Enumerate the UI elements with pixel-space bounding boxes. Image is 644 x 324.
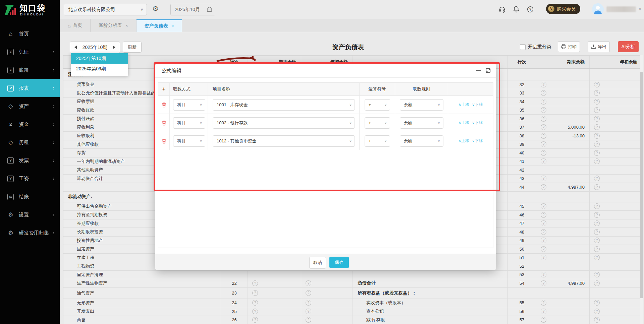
ai-analysis-button[interactable]: AI分析	[618, 41, 639, 52]
item-select[interactable]: 1001 - 库存现金∨	[213, 99, 355, 111]
period-option[interactable]: 2025年第10期	[71, 53, 128, 64]
help-icon[interactable]: ?	[541, 116, 546, 122]
help-icon[interactable]: ?	[594, 90, 600, 96]
liability-begin-balance-cell[interactable]: ?	[590, 149, 642, 157]
help-icon[interactable]: ?	[252, 300, 258, 306]
sidebar-item-ledger[interactable]: ¥ 账簿 ›	[0, 61, 60, 79]
help-icon[interactable]: ?	[541, 229, 546, 235]
liability-begin-balance-cell[interactable]: ?	[590, 228, 642, 236]
tab-账龄分析表[interactable]: 账龄分析表 ×	[91, 19, 137, 32]
gear-icon[interactable]: ⚙	[152, 5, 159, 13]
liability-end-balance-cell[interactable]: ?4,987.00	[536, 183, 590, 191]
liability-end-balance-cell[interactable]: ?	[536, 271, 590, 279]
liability-end-balance-cell[interactable]: ?	[536, 166, 590, 174]
help-icon[interactable]: ?	[541, 238, 546, 243]
asset-end-balance-cell[interactable]: ?	[248, 288, 301, 299]
liability-begin-balance-cell[interactable]: ?	[590, 157, 642, 166]
liability-begin-balance-cell[interactable]: ?	[590, 211, 642, 219]
scrollbar-thumb[interactable]	[640, 72, 643, 298]
print-button[interactable]: 打印	[558, 41, 580, 52]
liability-end-balance-cell[interactable]: ?	[536, 219, 590, 228]
help-icon[interactable]: ?	[594, 309, 600, 314]
help-icon[interactable]: ?	[594, 246, 600, 252]
asset-begin-balance-cell[interactable]: ?	[301, 299, 353, 307]
liability-begin-balance-cell[interactable]: ?	[590, 98, 642, 106]
company-select[interactable]: 北京欢乐科技有限公司 ∨	[64, 4, 147, 15]
method-select[interactable]: 科目∨	[173, 135, 205, 147]
liability-end-balance-cell[interactable]: ?	[536, 106, 590, 115]
move-up-link[interactable]: ∧上移	[458, 102, 469, 108]
help-icon[interactable]: ?	[594, 107, 600, 113]
asset-end-balance-cell[interactable]: ?	[248, 279, 301, 287]
liability-end-balance-cell[interactable]: ?	[536, 80, 590, 89]
rule-select[interactable]: 余额∨	[400, 135, 443, 147]
period-option[interactable]: 2025年第09期	[71, 64, 128, 74]
help-icon[interactable]: ?	[541, 255, 546, 260]
move-up-link[interactable]: ∧上移	[458, 120, 469, 126]
liability-end-balance-cell[interactable]: ?	[536, 115, 590, 123]
add-row-button[interactable]: +	[162, 86, 166, 92]
help-icon[interactable]: ?	[594, 255, 600, 260]
move-down-link[interactable]: ∨下移	[472, 120, 483, 126]
liability-end-balance-cell[interactable]: ?	[536, 254, 590, 262]
liability-end-balance-cell[interactable]: ?	[536, 262, 590, 270]
help-icon[interactable]: ?	[541, 317, 546, 323]
liability-end-balance-cell[interactable]: ?	[536, 89, 590, 98]
asset-begin-balance-cell[interactable]: ?	[301, 307, 353, 316]
asset-end-balance-cell[interactable]: ?	[248, 307, 301, 316]
asset-begin-balance-cell[interactable]: ?	[301, 279, 353, 287]
help-icon[interactable]: ?	[541, 107, 546, 113]
liability-begin-balance-cell[interactable]: ?	[590, 115, 642, 123]
method-select[interactable]: 科目∨	[173, 99, 205, 111]
help-icon[interactable]: ?	[541, 203, 546, 209]
item-select[interactable]: 1012 - 其他货币资金∨	[213, 135, 355, 147]
rule-select[interactable]: 余额∨	[400, 99, 443, 111]
item-select[interactable]: 1002 - 银行存款∨	[213, 117, 355, 129]
help-icon[interactable]: ?	[594, 158, 600, 164]
sidebar-item-invoice[interactable]: ¥ 发票 ›	[0, 151, 60, 170]
liability-begin-balance-cell[interactable]: ?	[590, 192, 642, 202]
sidebar-item-home[interactable]: ⌂ 首页 ›	[0, 25, 60, 43]
help-icon[interactable]: ?	[306, 300, 311, 306]
liability-begin-balance-cell[interactable]: ?	[590, 80, 642, 89]
liability-end-balance-cell[interactable]: ?	[536, 237, 590, 245]
minimize-icon[interactable]	[476, 70, 481, 71]
help-icon[interactable]: ?	[594, 141, 600, 147]
help-icon[interactable]: ?	[594, 82, 600, 87]
help-icon[interactable]: ?	[541, 90, 546, 96]
reclassify-checkbox[interactable]	[520, 44, 526, 50]
liability-begin-balance-cell[interactable]: ?	[590, 279, 642, 287]
help-icon[interactable]: ?	[594, 238, 600, 243]
sidebar-item-voucher[interactable]: ¥ 凭证 ›	[0, 43, 60, 61]
liability-begin-balance-cell[interactable]: ?	[590, 299, 642, 307]
liability-begin-balance-cell[interactable]: ?	[590, 106, 642, 115]
liability-begin-balance-cell[interactable]: ?	[590, 69, 642, 80]
help-icon[interactable]: ?	[594, 133, 600, 139]
asset-begin-balance-cell[interactable]: ?	[301, 288, 353, 299]
tab-首页[interactable]: ⌂ 首页	[60, 19, 91, 32]
help-icon[interactable]: ?	[541, 212, 546, 218]
sidebar-item-fund[interactable]: ¥ 资金 ›	[0, 115, 60, 133]
operator-select[interactable]: +∨	[365, 117, 390, 129]
liability-end-balance-cell[interactable]: ?4,987.00	[536, 279, 590, 287]
help-icon[interactable]: ?	[541, 141, 546, 147]
help-icon[interactable]: ?	[594, 150, 600, 156]
liability-end-balance-cell[interactable]: ?-13.00	[536, 132, 590, 140]
liability-begin-balance-cell[interactable]: ?	[590, 219, 642, 228]
liability-end-balance-cell[interactable]: ?	[536, 316, 590, 324]
cancel-button[interactable]: 取消	[309, 257, 326, 269]
help-icon[interactable]: ?	[594, 317, 600, 323]
delete-row-icon[interactable]	[162, 138, 166, 144]
help-icon[interactable]: ?	[541, 124, 546, 130]
liability-begin-balance-cell[interactable]: ?	[590, 140, 642, 149]
help-icon[interactable]: ?	[594, 300, 600, 306]
liability-begin-balance-cell[interactable]: ?	[590, 132, 642, 140]
help-icon[interactable]: ?	[594, 99, 600, 105]
save-button[interactable]: 保存	[329, 257, 349, 268]
liability-begin-balance-cell[interactable]: ?	[590, 254, 642, 262]
help-icon[interactable]: ?	[594, 176, 600, 181]
help-icon[interactable]: ?	[541, 150, 546, 156]
liability-end-balance-cell[interactable]: ?	[536, 157, 590, 166]
delete-row-icon[interactable]	[162, 120, 166, 126]
sidebar-item-asset[interactable]: ◇ 资产 ›	[0, 97, 60, 115]
